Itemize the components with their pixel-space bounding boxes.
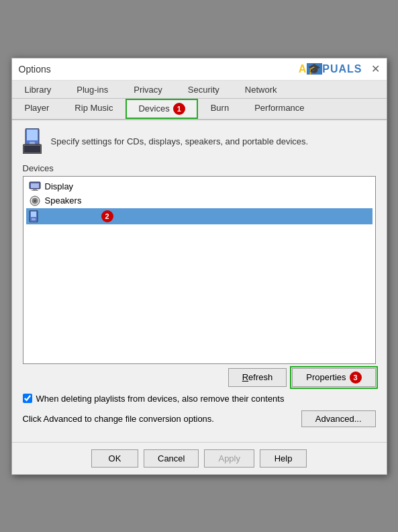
header-device-icon: [23, 128, 44, 155]
content-area: Specify settings for CDs, displays, spea…: [12, 120, 387, 442]
svg-point-11: [34, 200, 36, 202]
device-label-display: Display: [45, 181, 74, 191]
tabs-row-2: Player Rip Music Devices 1 Burn Performa…: [12, 99, 387, 120]
tab-devices[interactable]: Devices 1: [126, 99, 197, 119]
svg-rect-8: [32, 190, 38, 191]
tab-library[interactable]: Library: [12, 81, 64, 98]
logo-puals: PUALS: [322, 63, 362, 75]
devices-list[interactable]: Display Speakers: [23, 176, 376, 364]
device-item-display[interactable]: Display: [26, 179, 372, 193]
logo-icon: 🎓: [307, 63, 322, 75]
group-label: Devices: [23, 163, 376, 173]
device-label-portable: [42, 210, 96, 222]
tabs-row-1: Library Plug-ins Privacy Security Networ…: [12, 81, 387, 99]
portable-device-icon: [29, 210, 38, 222]
header-section: Specify settings for CDs, displays, spea…: [23, 128, 376, 155]
annotation-1: 1: [173, 103, 185, 115]
header-description: Specify settings for CDs, displays, spea…: [51, 136, 309, 146]
svg-rect-14: [32, 218, 36, 220]
ok-button[interactable]: OK: [91, 449, 138, 468]
annotation-2: 2: [101, 210, 113, 222]
delete-playlists-checkbox[interactable]: [23, 394, 32, 403]
speaker-icon: [29, 195, 41, 206]
svg-rect-4: [24, 146, 40, 152]
monitor-icon: [29, 181, 41, 191]
list-buttons: Refresh Properties 3: [23, 368, 376, 387]
device-item-portable[interactable]: 2: [26, 208, 372, 224]
advanced-description: Click Advanced to change file conversion…: [23, 414, 214, 424]
logo-ap: A: [299, 63, 307, 75]
advanced-row: Click Advanced to change file conversion…: [23, 410, 376, 427]
apply-button[interactable]: Apply: [204, 449, 254, 468]
help-button[interactable]: Help: [260, 449, 307, 468]
svg-rect-6: [31, 183, 39, 188]
device-item-speakers[interactable]: Speakers: [26, 193, 372, 208]
refresh-button[interactable]: Refresh: [228, 368, 287, 387]
appuals-logo: A🎓PUALS: [299, 62, 362, 75]
bottom-buttons: OK Cancel Apply Help: [12, 442, 387, 474]
tab-network[interactable]: Network: [232, 81, 290, 98]
options-dialog: Options A🎓PUALS ✕ Library Plug-ins Priva…: [11, 58, 387, 475]
svg-rect-13: [31, 212, 36, 217]
checkbox-label: When deleting playlists from devices, al…: [36, 394, 285, 404]
tab-player[interactable]: Player: [12, 99, 62, 119]
checkbox-row: When deleting playlists from devices, al…: [23, 394, 376, 404]
tab-security[interactable]: Security: [175, 81, 232, 98]
devices-group: Devices Display: [23, 163, 376, 364]
title-bar: Options A🎓PUALS ✕: [12, 58, 387, 81]
advanced-button[interactable]: Advanced...: [301, 410, 376, 427]
device-label-speakers: Speakers: [45, 195, 82, 206]
svg-rect-7: [33, 189, 37, 190]
dialog-title: Options: [19, 64, 51, 75]
tab-plugins[interactable]: Plug-ins: [64, 81, 121, 98]
properties-button[interactable]: Properties 3: [292, 368, 375, 387]
cancel-button[interactable]: Cancel: [144, 449, 199, 468]
annotation-3: 3: [350, 371, 362, 384]
tab-performance[interactable]: Performance: [242, 99, 317, 119]
title-bar-left: Options: [19, 64, 51, 75]
tab-privacy[interactable]: Privacy: [121, 81, 175, 98]
close-button[interactable]: ✕: [371, 64, 380, 75]
tab-burn[interactable]: Burn: [198, 99, 242, 119]
svg-rect-1: [27, 130, 38, 140]
tab-rip-music[interactable]: Rip Music: [62, 99, 126, 119]
